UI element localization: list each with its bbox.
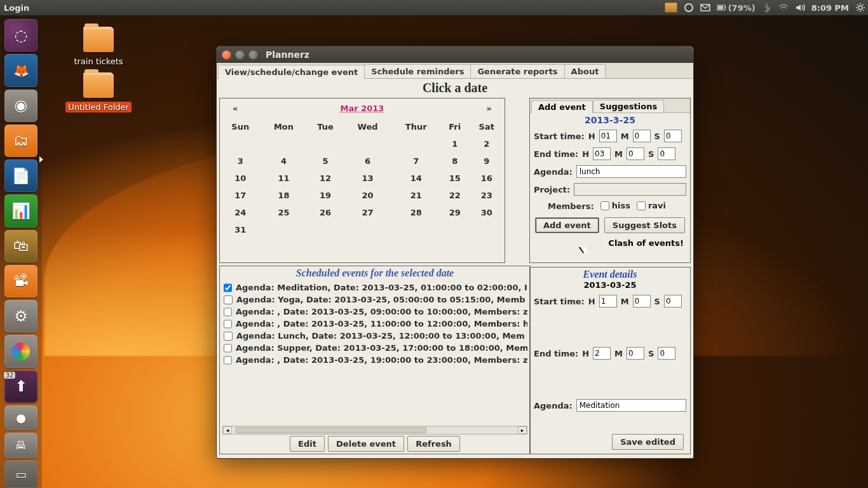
cal-date-cell[interactable]: 28 — [391, 204, 441, 221]
suggest-slots-button[interactable]: Suggest Slots — [604, 217, 685, 233]
cal-prev-button[interactable]: « — [233, 104, 238, 113]
details-end-m[interactable] — [627, 347, 644, 360]
cal-date-cell[interactable]: 27 — [344, 204, 391, 221]
cal-month-label[interactable]: Mar 2013 — [341, 104, 384, 113]
cal-date-cell[interactable]: 15 — [441, 170, 469, 187]
event-checkbox[interactable] — [224, 320, 232, 329]
launcher-item-1[interactable]: ● — [4, 405, 37, 430]
cal-date-cell[interactable]: 18 — [261, 187, 307, 204]
details-start-h[interactable] — [599, 295, 617, 308]
cal-date-cell[interactable]: 2 — [469, 135, 505, 152]
dash-icon[interactable]: ◌ — [4, 19, 37, 51]
details-end-h[interactable] — [593, 347, 611, 360]
settings-icon[interactable]: ⚙ — [4, 300, 37, 332]
start-min-input[interactable] — [633, 130, 651, 142]
project-input[interactable] — [574, 183, 686, 196]
event-row[interactable]: Agenda: , Date: 2013-03-25, 09:00:00 to … — [222, 306, 527, 318]
cal-next-button[interactable]: » — [487, 104, 492, 113]
cal-date-cell[interactable]: 17 — [220, 187, 261, 204]
refresh-button[interactable]: Refresh — [407, 436, 460, 452]
chrome-icon[interactable] — [4, 335, 37, 367]
cal-date-cell[interactable]: 1 — [441, 135, 469, 152]
scroll-thumb[interactable] — [236, 427, 426, 433]
tab-generate-reports[interactable]: Generate reports — [470, 64, 564, 78]
event-row[interactable]: Agenda: Supper, Date: 2013-03-25, 17:00:… — [222, 342, 527, 354]
impress-icon[interactable]: 📽 — [4, 265, 37, 297]
cal-date-cell[interactable]: 22 — [441, 187, 469, 204]
minimize-icon[interactable] — [235, 50, 245, 60]
gear-icon[interactable] — [855, 3, 865, 13]
cal-date-cell[interactable]: 8 — [441, 152, 469, 170]
battery-indicator[interactable]: (79%) — [717, 3, 756, 13]
files-icon[interactable]: 🗂 — [4, 125, 37, 157]
cal-date-cell[interactable]: 10 — [220, 170, 261, 187]
cal-date-cell[interactable]: 16 — [469, 170, 505, 187]
details-end-s[interactable] — [658, 347, 675, 360]
desktop-folder[interactable]: Untitled Folder — [64, 72, 133, 112]
calc-icon[interactable]: 📊 — [4, 194, 37, 227]
event-checkbox[interactable] — [224, 356, 232, 365]
details-start-m[interactable] — [633, 295, 651, 308]
close-icon[interactable] — [222, 50, 231, 60]
keyboard-indicator-icon[interactable] — [665, 3, 677, 13]
cal-date-cell[interactable]: 30 — [469, 204, 505, 221]
cal-date-cell[interactable]: 26 — [307, 204, 344, 221]
event-row[interactable]: Agenda: Yoga, Date: 2013-03-25, 05:00:00… — [222, 294, 527, 306]
cal-date-cell[interactable]: 12 — [307, 170, 344, 187]
start-hour-input[interactable] — [599, 130, 617, 142]
cal-date-cell[interactable]: 4 — [261, 152, 307, 170]
wifi-icon[interactable] — [778, 3, 789, 13]
member-checkbox-hiss[interactable]: hiss — [600, 201, 630, 210]
bluetooth-icon[interactable] — [762, 3, 772, 13]
cal-date-cell[interactable]: 29 — [441, 204, 469, 221]
cal-date-cell[interactable]: 5 — [307, 152, 344, 170]
cal-date-cell[interactable]: 7 — [391, 152, 441, 170]
end-min-input[interactable] — [627, 147, 644, 160]
events-hscrollbar[interactable]: ◂ ▸ — [222, 426, 527, 435]
cal-date-cell[interactable]: 20 — [344, 187, 391, 204]
desktop-folder[interactable]: train tickets — [64, 27, 133, 67]
event-checkbox[interactable] — [224, 308, 232, 316]
event-checkbox[interactable] — [224, 344, 232, 353]
end-sec-input[interactable] — [658, 147, 675, 160]
event-row[interactable]: Agenda: Lunch, Date: 2013-03-25, 12:00:0… — [222, 330, 527, 342]
maximize-icon[interactable] — [248, 50, 258, 60]
updates-icon[interactable]: 32⬆ — [4, 370, 37, 403]
cal-date-cell[interactable]: 23 — [469, 187, 505, 204]
cal-date-cell[interactable]: 24 — [220, 204, 261, 221]
member-checkbox-ravi[interactable]: ravi — [637, 201, 666, 210]
event-row[interactable]: Agenda: , Date: 2013-03-25, 19:00:00 to … — [222, 354, 527, 366]
clock[interactable]: 8:09 PM — [811, 3, 849, 13]
agenda-input[interactable] — [576, 165, 686, 178]
event-checkbox[interactable] — [224, 295, 233, 304]
cal-date-cell[interactable]: 14 — [391, 170, 441, 187]
writer-icon[interactable]: 📄 — [4, 159, 37, 192]
event-checkbox[interactable] — [224, 283, 232, 292]
tab-schedule-reminders[interactable]: Schedule reminders — [364, 64, 471, 78]
scroll-right-icon[interactable]: ▸ — [518, 426, 527, 434]
sync-icon[interactable] — [684, 3, 694, 13]
cal-date-cell[interactable]: 25 — [261, 204, 307, 221]
tab-about[interactable]: About — [564, 64, 606, 78]
launcher-item-3[interactable]: ▭ — [4, 461, 37, 488]
tab-view-schedule-change-event[interactable]: View/schedule/change event — [218, 65, 365, 79]
window-titlebar[interactable]: Plannerz — [217, 46, 693, 63]
chromium-icon[interactable]: ◉ — [4, 90, 37, 122]
subtab-suggestions[interactable]: Suggestions — [593, 100, 664, 112]
cal-date-cell[interactable]: 3 — [220, 152, 261, 170]
details-agenda-input[interactable] — [576, 399, 686, 412]
details-start-s[interactable] — [664, 295, 682, 308]
cal-date-cell[interactable]: 31 — [220, 221, 261, 238]
volume-icon[interactable] — [795, 3, 805, 13]
save-edited-button[interactable]: Save edited — [612, 434, 684, 450]
cal-date-cell[interactable]: 11 — [261, 170, 307, 187]
event-row[interactable]: Agenda: , Date: 2013-03-25, 11:00:00 to … — [222, 318, 527, 330]
event-row[interactable]: Agenda: Meditation, Date: 2013-03-25, 01… — [222, 281, 527, 294]
launcher-item-2[interactable]: 🖶 — [4, 433, 37, 458]
event-checkbox[interactable] — [224, 332, 233, 341]
login-menu[interactable]: Login — [4, 3, 29, 13]
mail-icon[interactable] — [700, 3, 710, 13]
firefox-icon[interactable]: 🦊 — [4, 54, 37, 86]
start-sec-input[interactable] — [664, 130, 682, 142]
cal-date-cell[interactable]: 9 — [469, 152, 505, 170]
